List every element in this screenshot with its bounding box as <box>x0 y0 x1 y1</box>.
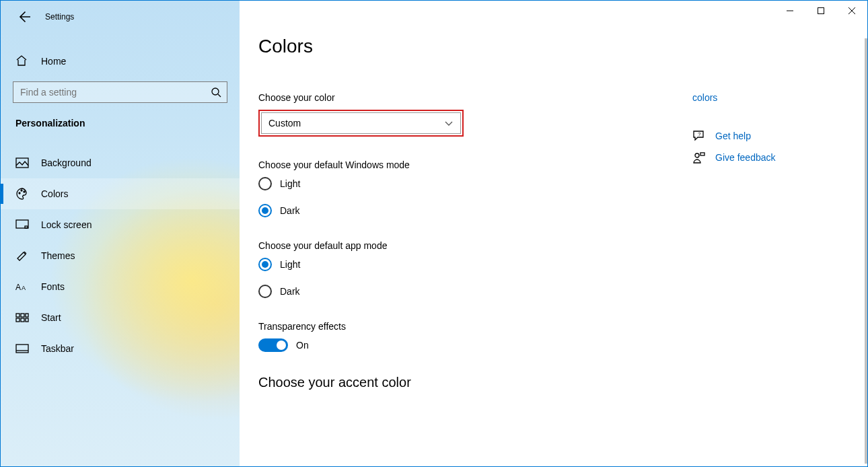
start-icon <box>15 311 29 324</box>
app-mode-light[interactable]: Light <box>258 258 635 271</box>
svg-rect-14 <box>16 314 20 317</box>
svg-text:A: A <box>22 285 26 291</box>
sidebar-item-label: Taskbar <box>41 343 74 354</box>
chevron-down-icon <box>444 118 454 128</box>
sidebar-item-themes[interactable]: Themes <box>1 240 240 271</box>
palette-icon <box>15 187 29 201</box>
image-icon <box>15 156 29 170</box>
nav-list: Background Colors Lock screen Themes AA … <box>1 147 240 364</box>
sidebar-item-background[interactable]: Background <box>1 147 240 178</box>
sidebar-item-label: Fonts <box>41 281 65 292</box>
windows-mode-dark[interactable]: Dark <box>258 204 635 217</box>
minimize-button[interactable] <box>774 1 805 21</box>
svg-rect-17 <box>16 318 20 322</box>
svg-rect-16 <box>26 314 28 317</box>
app-title: Settings <box>45 12 74 22</box>
sidebar-item-colors[interactable]: Colors <box>1 178 240 209</box>
get-help-row: ? Get help <box>692 130 840 142</box>
svg-rect-24 <box>700 153 704 155</box>
windows-mode-setting: Choose your default Windows mode Light D… <box>258 159 635 217</box>
home-nav[interactable]: Home <box>1 48 240 75</box>
feedback-person-icon <box>692 151 706 164</box>
svg-point-4 <box>212 88 219 95</box>
themes-icon <box>15 249 29 262</box>
sidebar-header: Settings <box>1 1 240 28</box>
choose-color-dropdown[interactable]: Custom <box>261 112 461 134</box>
windows-mode-label: Choose your default Windows mode <box>258 159 635 170</box>
lock-icon <box>15 218 29 231</box>
svg-rect-11 <box>25 226 28 228</box>
app-mode-setting: Choose your default app mode Light Dark <box>258 240 635 298</box>
radio-icon <box>258 177 272 190</box>
scrollbar[interactable] <box>865 38 867 464</box>
radio-label: Dark <box>280 286 300 297</box>
help-column: colors ? Get help Give feedback <box>692 92 867 390</box>
sidebar-item-start[interactable]: Start <box>1 302 240 333</box>
svg-point-23 <box>695 153 699 157</box>
choose-color-highlight: Custom <box>258 110 464 137</box>
related-link[interactable]: colors <box>692 92 840 103</box>
sidebar-item-label: Start <box>41 312 61 323</box>
sidebar-item-taskbar[interactable]: Taskbar <box>1 333 240 364</box>
taskbar-icon <box>15 342 29 355</box>
choose-color-setting: Choose your color Custom <box>258 92 635 137</box>
toggle-state: On <box>296 340 309 351</box>
radio-label: Light <box>280 178 300 189</box>
window-controls <box>774 1 867 21</box>
close-button[interactable] <box>836 1 867 21</box>
home-label: Home <box>41 56 66 67</box>
app-mode-label: Choose your default app mode <box>258 240 635 251</box>
svg-rect-19 <box>26 318 28 322</box>
sidebar-item-label: Lock screen <box>41 219 92 230</box>
accent-color-heading: Choose your accent color <box>258 375 635 390</box>
page-title: Colors <box>258 36 867 57</box>
get-help-link[interactable]: Get help <box>715 131 751 141</box>
section-title: Personalization <box>1 103 240 129</box>
transparency-toggle[interactable] <box>258 338 288 352</box>
search-field[interactable] <box>20 87 211 98</box>
main-content: Colors Choose your color Custom <box>240 1 867 466</box>
svg-rect-10 <box>16 220 28 228</box>
app-mode-dark[interactable]: Dark <box>258 285 635 298</box>
give-feedback-row: Give feedback <box>692 151 840 164</box>
home-icon <box>15 55 28 69</box>
svg-rect-1 <box>818 8 824 14</box>
maximize-button[interactable] <box>805 1 836 21</box>
svg-rect-15 <box>21 314 24 317</box>
svg-point-8 <box>21 190 22 191</box>
sidebar-item-fonts[interactable]: AA Fonts <box>1 271 240 302</box>
sidebar-item-label: Colors <box>41 188 68 199</box>
sidebar-item-lockscreen[interactable]: Lock screen <box>1 209 240 240</box>
help-bubble-icon: ? <box>692 130 706 142</box>
transparency-setting: Transparency effects On <box>258 321 635 352</box>
svg-rect-20 <box>16 345 28 353</box>
transparency-label: Transparency effects <box>258 321 635 332</box>
search-input[interactable] <box>13 81 227 103</box>
svg-point-7 <box>19 192 20 194</box>
radio-label: Dark <box>280 205 300 216</box>
sidebar-item-label: Themes <box>41 250 75 261</box>
svg-point-9 <box>24 191 25 192</box>
settings-column: Choose your color Custom Choose your def… <box>258 92 635 390</box>
settings-window: Settings Home Personalization Background <box>1 1 867 466</box>
back-button[interactable] <box>17 10 30 24</box>
windows-mode-light[interactable]: Light <box>258 177 635 190</box>
svg-line-5 <box>218 94 221 97</box>
sidebar-item-label: Background <box>41 157 92 168</box>
svg-text:?: ? <box>698 131 701 137</box>
give-feedback-link[interactable]: Give feedback <box>715 152 776 163</box>
radio-icon <box>258 285 272 298</box>
svg-text:A: A <box>15 283 21 292</box>
search-icon <box>211 87 221 98</box>
choose-color-label: Choose your color <box>258 92 635 103</box>
choose-color-value: Custom <box>268 118 301 129</box>
radio-icon <box>258 258 272 271</box>
radio-icon <box>258 204 272 217</box>
sidebar: Settings Home Personalization Background <box>1 1 240 466</box>
svg-rect-18 <box>21 318 24 322</box>
radio-label: Light <box>280 259 300 270</box>
fonts-icon: AA <box>15 280 29 293</box>
